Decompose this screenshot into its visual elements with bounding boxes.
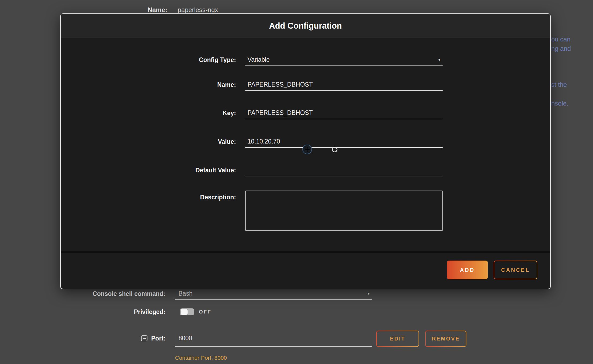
port-input[interactable] — [175, 335, 339, 342]
add-button[interactable]: ADD — [447, 261, 488, 279]
screen: Name: paperless-ngx ou can ng and st the… — [0, 0, 593, 364]
name-field-label: Name: — [61, 81, 236, 88]
move-cursor-icon — [302, 145, 312, 154]
name-row: Name: — [61, 79, 550, 91]
cancel-button-label: CANCEL — [494, 261, 537, 279]
description-textarea[interactable] — [245, 191, 443, 231]
toggle-knob — [181, 309, 188, 315]
config-type-label: Config Type: — [61, 56, 236, 64]
value-input[interactable] — [245, 138, 435, 145]
privileged-state-label: OFF — [199, 309, 211, 315]
footer-divider — [61, 252, 550, 252]
value-field-label: Value: — [61, 138, 236, 145]
console-shell-command-label: Console shell command: — [0, 290, 165, 297]
container-port-text: Container Port: 8000 — [175, 355, 227, 361]
chevron-down-icon: ▼ — [438, 58, 441, 62]
edit-button[interactable]: EDIT — [376, 331, 419, 347]
dialog-header: Add Configuration — [61, 14, 550, 38]
clipped-help-text: ng and — [551, 45, 571, 52]
port-label: Port: — [151, 335, 166, 342]
four-way-arrow — [304, 146, 310, 152]
name-field — [245, 79, 443, 91]
description-label: Description: — [61, 194, 236, 201]
clipped-help-text: st the — [551, 81, 567, 88]
value-field — [245, 135, 443, 148]
key-field-label: Key: — [61, 110, 236, 117]
click-indicator-icon — [332, 147, 337, 152]
collapse-icon[interactable] — [141, 335, 147, 341]
config-type-row: Config Type: Variable ▼ — [61, 54, 550, 66]
default-value-row: Default Value: — [61, 164, 550, 176]
console-shell-command-value: Bash — [175, 290, 192, 297]
privileged-label: Privileged: — [0, 308, 165, 316]
dialog-title: Add Configuration — [269, 21, 342, 31]
clipped-help-text: ou can — [551, 36, 571, 43]
remove-button-label: REMOVE — [426, 331, 466, 346]
name-input[interactable] — [245, 81, 435, 88]
cancel-button[interactable]: CANCEL — [494, 261, 537, 279]
remove-button[interactable]: REMOVE — [425, 331, 466, 347]
name-label: Name: — [80, 6, 167, 14]
port-row: Port: — [0, 330, 401, 346]
console-shell-command-select[interactable]: Bash ▼ — [175, 288, 372, 300]
default-value-input[interactable] — [245, 166, 435, 174]
chevron-down-icon: ▼ — [367, 292, 370, 296]
edit-button-label: EDIT — [377, 331, 419, 346]
default-value-field-label: Default Value: — [61, 167, 236, 174]
console-shell-command-row: Console shell command: Bash ▼ — [0, 288, 401, 299]
privileged-toggle[interactable] — [180, 308, 194, 315]
key-field — [245, 107, 443, 119]
clipped-help-text: nsole. — [551, 100, 568, 107]
key-input[interactable] — [245, 109, 435, 117]
key-row: Key: — [61, 107, 550, 119]
privileged-row: Privileged: OFF — [0, 306, 401, 317]
port-field[interactable] — [175, 330, 372, 347]
default-value-field — [245, 164, 443, 176]
config-type-value: Variable — [245, 56, 270, 63]
name-value: paperless-ngx — [178, 6, 218, 14]
config-type-select[interactable]: Variable ▼ — [245, 54, 443, 66]
